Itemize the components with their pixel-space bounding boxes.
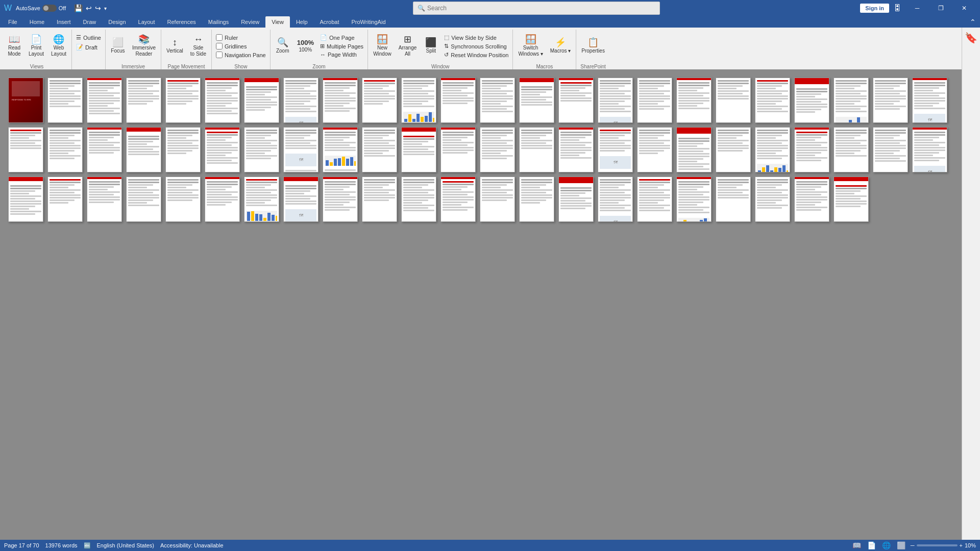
page-thumb[interactable] [8, 177, 43, 222]
draft-button[interactable]: 📝 Draft [74, 43, 100, 51]
web-layout-button[interactable]: 🌐 WebLayout [48, 32, 69, 60]
page-thumb[interactable] [794, 177, 829, 222]
page-width-button[interactable]: ↔ Page Width [318, 51, 365, 58]
page-thumb[interactable] [244, 78, 279, 123]
page-thumb[interactable] [637, 127, 672, 172]
immersive-reader-button[interactable]: 📚 ImmersiveReader [129, 32, 159, 60]
language[interactable]: English (United States) [97, 542, 155, 548]
page-thumb[interactable] [637, 177, 672, 222]
tab-layout[interactable]: Layout [132, 16, 161, 28]
spell-check-icon[interactable]: 🔤 [84, 542, 91, 549]
page-thumb[interactable] [47, 127, 83, 172]
gridlines-checkbox[interactable] [216, 43, 223, 49]
status-read-mode-button[interactable]: 📖 [851, 541, 862, 549]
tab-home[interactable]: Home [23, 16, 51, 28]
ruler-checkbox[interactable] [216, 34, 223, 41]
search-input[interactable] [427, 5, 655, 12]
page-thumb[interactable]: 🗺 [912, 127, 947, 172]
page-thumb[interactable] [165, 78, 201, 123]
tab-file[interactable]: File [2, 16, 23, 28]
tab-view[interactable]: View [265, 16, 290, 28]
page-thumb[interactable] [87, 127, 122, 172]
switch-windows-button[interactable]: 🪟 SwitchWindows ▾ [515, 32, 546, 60]
page-thumb[interactable] [401, 78, 436, 123]
page-thumb[interactable] [440, 78, 476, 123]
arrange-all-button[interactable]: ⊞ ArrangeAll [396, 32, 420, 60]
tab-draw[interactable]: Draw [77, 16, 103, 28]
page-thumb[interactable] [519, 177, 554, 222]
tab-insert[interactable]: Insert [51, 16, 77, 28]
page-thumb[interactable] [440, 177, 476, 222]
one-page-button[interactable]: 📄 One Page [318, 34, 365, 41]
page-thumb[interactable] [126, 78, 161, 123]
word-count[interactable]: 13976 words [45, 542, 78, 548]
page-thumb[interactable] [519, 127, 554, 172]
page-thumb[interactable] [558, 78, 594, 123]
page-thumb[interactable] [755, 127, 790, 172]
sign-in-button[interactable]: Sign in [860, 4, 889, 13]
page-thumb[interactable]: 🗺 [283, 177, 318, 222]
page-thumb[interactable]: 🗺 [598, 177, 633, 222]
side-to-side-button[interactable]: ↔ Sideto Side [187, 32, 209, 60]
page-thumb[interactable] [519, 78, 554, 123]
page-thumb[interactable] [8, 127, 43, 172]
page-thumb[interactable]: 🗺 [598, 78, 633, 123]
accessibility-status[interactable]: Accessibility: Unavailable [160, 542, 224, 548]
ruler-checkbox-label[interactable]: Ruler [214, 34, 240, 41]
page-thumb[interactable] [323, 78, 358, 123]
page-thumb[interactable] [244, 177, 279, 222]
page-thumb[interactable] [165, 127, 201, 172]
redo-icon[interactable]: ↪ [95, 4, 101, 12]
save-icon[interactable]: 💾 [74, 4, 83, 12]
page-thumb[interactable] [755, 177, 790, 222]
status-web-layout-button[interactable]: 🌐 [881, 541, 892, 549]
page-thumb[interactable] [244, 127, 279, 172]
page-thumb[interactable] [126, 177, 161, 222]
page-thumb[interactable] [323, 177, 358, 222]
reset-window-button[interactable]: ↺ Reset Window Position [442, 51, 510, 59]
page-thumb[interactable] [47, 177, 83, 222]
page-thumb[interactable] [873, 127, 908, 172]
tab-references[interactable]: References [161, 16, 202, 28]
page-thumb[interactable] [755, 78, 790, 123]
zoom-button[interactable]: 🔍 Zoom [273, 32, 293, 60]
navigation-pane-checkbox-label[interactable]: Navigation Pane [214, 51, 268, 59]
multiple-pages-button[interactable]: ⊞ Multiple Pages [318, 42, 365, 50]
page-thumb[interactable]: 🗺 [598, 127, 633, 172]
page-thumb[interactable] [205, 127, 240, 172]
page-thumb[interactable] [834, 177, 869, 222]
status-focus-button[interactable]: ⬜ [896, 541, 906, 549]
page-thumb[interactable] [558, 177, 594, 222]
synchronous-scrolling-button[interactable]: ⇅ Synchronous Scrolling [442, 42, 510, 50]
page-thumb[interactable] [165, 177, 201, 222]
tab-prowritingaid[interactable]: ProWritingAid [345, 16, 391, 28]
page-thumb[interactable]: 🗺 [283, 78, 318, 123]
tab-design[interactable]: Design [102, 16, 132, 28]
close-button[interactable]: ✕ [952, 0, 976, 16]
page-thumb[interactable] [558, 127, 594, 172]
tab-acrobat[interactable]: Acrobat [314, 16, 346, 28]
zoom-level[interactable]: 10% [965, 542, 976, 548]
page-thumb[interactable] [716, 127, 751, 172]
page-thumb[interactable] [480, 78, 515, 123]
split-button[interactable]: ⬛ Split [421, 32, 441, 60]
page-thumb[interactable] [401, 177, 436, 222]
page-thumb[interactable] [873, 78, 908, 123]
print-layout-button[interactable]: 📄 PrintLayout [26, 32, 47, 60]
gridlines-checkbox-label[interactable]: Gridlines [214, 42, 249, 50]
page-thumb[interactable] [676, 78, 712, 123]
status-print-layout-button[interactable]: 📄 [866, 541, 877, 549]
page-thumb[interactable] [676, 177, 712, 222]
page-thumb[interactable] [87, 177, 122, 222]
page-thumb[interactable] [323, 127, 358, 172]
zoom-100-button[interactable]: 100% 100% [294, 32, 317, 60]
page-thumb[interactable]: RESPONSE TO RFE [8, 78, 43, 123]
page-thumb[interactable] [676, 127, 712, 172]
tab-mailings[interactable]: Mailings [202, 16, 235, 28]
page-thumb[interactable] [362, 127, 397, 172]
page-count[interactable]: Page 17 of 70 [4, 542, 39, 548]
new-window-button[interactable]: 🪟 NewWindow [370, 32, 395, 60]
page-thumb[interactable] [480, 177, 515, 222]
page-thumb[interactable] [205, 177, 240, 222]
outline-button[interactable]: ☰ Outline [74, 34, 103, 41]
